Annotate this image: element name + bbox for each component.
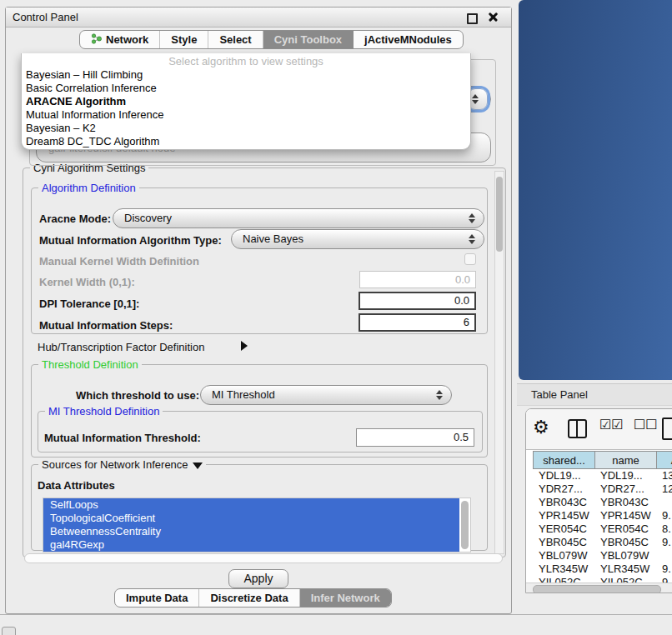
settings-vertical-scrollbar[interactable]	[494, 171, 504, 554]
algorithm-definition-title: Algorithm Definition	[38, 182, 139, 194]
column-header-a[interactable]: A	[656, 451, 672, 469]
attribute-item-gal4rgexp[interactable]: gal4RGexp	[43, 538, 459, 552]
table-row[interactable]: YPR145WYPR145W9.	[526, 509, 672, 522]
kernel-width-field: 0.0	[359, 271, 476, 288]
table-cell: YDR27...	[594, 482, 657, 496]
tab-impute-data[interactable]: Impute Data	[115, 589, 199, 607]
table-cell: 9.	[656, 536, 672, 549]
table-cell: 9.	[656, 509, 672, 522]
scrollbar-thumb[interactable]	[496, 177, 503, 252]
dropdown-item-bayesian-k2[interactable]: Bayesian – K2	[22, 122, 470, 135]
scrollbar-thumb[interactable]	[533, 585, 661, 593]
dropdown-item-bayesian-hill-climbing[interactable]: Bayesian – Hill Climbing	[22, 68, 470, 82]
tab-infer-network[interactable]: Infer Network	[300, 589, 391, 607]
table-row[interactable]: YIL052CYIL052C9	[526, 576, 672, 582]
tab-label: Discretize Data	[210, 592, 288, 604]
mi-threshold-label: Mutual Information Threshold:	[44, 432, 201, 444]
data-attributes-label: Data Attributes	[38, 479, 115, 492]
table-row[interactable]: YBL079WYBL079W	[526, 549, 672, 562]
hub-definition-label[interactable]: Hub/Transcription Factor Definition	[38, 341, 204, 353]
mi-threshold-field[interactable]: 0.5	[356, 428, 474, 447]
close-icon[interactable]	[489, 12, 498, 22]
table-cell: YIL052C	[533, 576, 595, 582]
columns-icon[interactable]	[568, 419, 587, 438]
table-cell: YDL19...	[533, 469, 595, 482]
table-cell: YBR045C	[594, 536, 657, 549]
apply-button[interactable]: Apply	[228, 569, 288, 588]
settings-horizontal-scrollbar[interactable]	[24, 553, 503, 563]
table-rows: YDL19...YDL19...13YDR27...YDR27...12YBR0…	[526, 469, 672, 582]
table-cell: YER054C	[533, 522, 595, 536]
table-row[interactable]: YBR045CYBR045C9.	[526, 536, 672, 549]
table-row[interactable]: YDL19...YDL19...13	[526, 469, 672, 482]
table-cell: YBL079W	[594, 549, 657, 562]
table-cell	[656, 496, 672, 509]
table-cell: YBR045C	[533, 536, 595, 549]
tab-style[interactable]: Style	[160, 31, 208, 48]
deselect-all-checkbox-icon[interactable]: ☐☐	[634, 417, 658, 432]
column-header-name[interactable]: name	[594, 451, 657, 469]
dpi-tolerance-field[interactable]: 0.0	[359, 292, 476, 310]
tab-label: Cyni Toolbox	[274, 33, 342, 46]
sources-title[interactable]: Sources for Network Inference	[38, 458, 206, 471]
tab-network[interactable]: Network	[80, 31, 160, 48]
mi-steps-label: Mutual Information Steps:	[39, 319, 173, 332]
attribute-item-topologicalcoefficient[interactable]: TopologicalCoefficient	[43, 512, 459, 525]
mi-steps-field[interactable]: 6	[359, 313, 476, 332]
tab-jactivemnodules[interactable]: jActiveMNodules	[354, 31, 463, 48]
tab-cyni-toolbox[interactable]: Cyni Toolbox	[263, 31, 354, 48]
table-cell: YLR345W	[594, 562, 657, 576]
table-row[interactable]: YBR043CYBR043C	[526, 496, 672, 509]
table-cell: YBR043C	[533, 496, 595, 509]
tab-label: Select	[219, 33, 251, 46]
control-panel-tabs: NetworkStyleSelectCyni ToolboxjActiveMNo…	[79, 30, 464, 49]
table-row[interactable]: YER054CYER054C8.	[526, 522, 672, 536]
panel-title: Control Panel	[13, 8, 78, 27]
threshold-definition-title: Threshold Definition	[38, 358, 142, 371]
collapse-down-icon[interactable]	[193, 462, 203, 469]
stepper-arrows-icon	[472, 93, 479, 105]
table-horizontal-scrollbar[interactable]	[526, 582, 672, 593]
stepper-arrows-icon	[469, 212, 476, 224]
which-threshold-combobox[interactable]: MI Threshold	[200, 385, 452, 405]
table-icon[interactable]	[662, 418, 672, 440]
dropdown-item-basic-correlation-inference[interactable]: Basic Correlation Inference	[22, 82, 470, 95]
network-tab-icon	[91, 33, 102, 47]
tab-discretize-data[interactable]: Discretize Data	[199, 589, 299, 607]
select-all-checkbox-icon[interactable]: ☑☑	[599, 417, 624, 432]
table-row[interactable]: YLR345WYLR345W9.	[526, 562, 672, 576]
tab-label: Infer Network	[311, 592, 380, 604]
which-threshold-value: MI Threshold	[212, 388, 275, 401]
minimized-panel-icon[interactable]	[2, 627, 16, 635]
table-cell: 12	[656, 482, 672, 496]
algorithm-dropdown-list: Select algorithm to view settings Bayesi…	[21, 53, 471, 150]
tab-label: Impute Data	[126, 592, 188, 604]
dropdown-item-dream8-dc-tdc-algorithm[interactable]: Dream8 DC_TDC Algorithm	[22, 135, 470, 148]
list-scrollbar-thumb[interactable]	[461, 501, 469, 549]
manual-kernel-checkbox	[464, 253, 476, 265]
expand-right-icon[interactable]	[241, 341, 248, 351]
float-window-icon[interactable]	[467, 13, 478, 24]
column-header-shared[interactable]: shared...	[533, 451, 595, 469]
attribute-item-selfloops[interactable]: SelfLoops	[43, 498, 459, 512]
network-view-frame: GALGAL80GAL10GAL11GAL1SWI4GAL4GCY1HAP4YH…	[519, 0, 672, 380]
mi-type-combobox[interactable]: Naive Bayes	[231, 229, 484, 249]
dropdown-item-mutual-information-inference[interactable]: Mutual Information Inference	[22, 108, 470, 122]
aracne-mode-combobox[interactable]: Discovery	[113, 208, 484, 228]
table-toolbar: ⚙ ☑☑ ☐☐	[526, 409, 672, 450]
table-cell: 8.	[656, 522, 672, 536]
panel-bottom-divider	[0, 614, 672, 615]
tab-select[interactable]: Select	[208, 31, 263, 48]
control-panel-titlebar: Control Panel	[6, 8, 511, 28]
dropdown-item-aracne-algorithm[interactable]: ARACNE Algorithm	[22, 95, 470, 108]
cyni-bottom-tabs: Impute DataDiscretize DataInfer Network	[114, 588, 392, 608]
table-cell: YPR145W	[533, 509, 595, 522]
gear-icon[interactable]: ⚙	[533, 416, 549, 439]
table-cell: YBR043C	[594, 496, 657, 509]
table-cell: YDR27...	[533, 482, 595, 496]
aracne-mode-value: Discovery	[124, 212, 172, 224]
table-row[interactable]: YDR27...YDR27...12	[526, 482, 672, 496]
data-attributes-list[interactable]: SelfLoopsTopologicalCoefficientBetweenne…	[43, 498, 471, 552]
tab-label: Style	[171, 33, 197, 46]
attribute-item-betweennesscentrality[interactable]: BetweennessCentrality	[43, 525, 459, 538]
